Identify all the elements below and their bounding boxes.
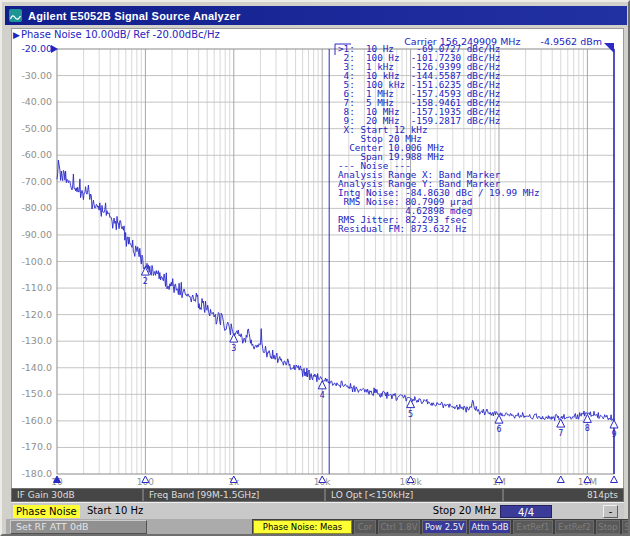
y-axis-label: -100.0	[21, 256, 52, 267]
app-waveform-icon[interactable]	[9, 9, 22, 22]
y-axis-label: -180.0	[21, 468, 52, 479]
set-rf-att-softkey[interactable]: Set RF ATT 0dB	[10, 520, 147, 534]
app-window: Agilent E5052B Signal Source Analyzer -2…	[0, 0, 630, 536]
marker-readout: >1: 10 Hz -69.0727 dBc/Hz 2: 100 Hz -101…	[338, 44, 540, 233]
y-axis-label: -140.0	[21, 362, 52, 373]
status-segment-3: 814pts	[503, 488, 624, 502]
y-axis-label: -80.00	[21, 202, 52, 213]
hardware-status-bar: IF Gain 30dBFreq Band [99M-1.5GHz]LO Opt…	[11, 488, 624, 502]
status-segment-0: IF Gain 30dB	[11, 488, 143, 502]
minimize-button[interactable]: -	[603, 505, 618, 518]
y-axis-label: -150.0	[21, 388, 52, 399]
measurement-mode-badge: Phase Noise	[13, 505, 80, 518]
status-indicator-group: Phase Noise: MeasCorCtrl 1.8VPow 2.5VAtt…	[252, 519, 628, 535]
status-indicator-1: Cor	[354, 520, 376, 534]
y-axis-label: -90.00	[21, 229, 52, 240]
status-indicator-4: Attn 5dB	[469, 520, 511, 534]
plot-corner-mark	[604, 43, 614, 53]
sweep-start-label: Start 10 Hz	[87, 503, 143, 519]
window-page-indicator: 4/4	[500, 505, 552, 518]
status-segment-2: LO Opt [<150kHz]	[325, 488, 503, 502]
y-axis-label: -110.0	[21, 282, 52, 293]
trace-marker-3	[230, 334, 238, 342]
waveform-icon-glyph	[9, 11, 22, 24]
measurement-status-bar: Phase Noise Start 10 Hz Stop 20 MHz 4/4 …	[11, 502, 624, 519]
y-axis-label: -30.00	[21, 70, 52, 81]
trace-marker-number: 5	[408, 410, 413, 419]
status-indicator-5: ExtRef1	[513, 520, 553, 534]
trace-marker-number: 6	[496, 425, 501, 434]
y-axis-label: -60.00	[21, 149, 52, 160]
status-indicator-8: Svc	[622, 520, 628, 534]
y-axis-label: -70.00	[21, 176, 52, 187]
trace-marker-number: 2	[143, 277, 148, 286]
status-indicator-2: Ctrl 1.8V	[378, 520, 420, 534]
y-axis-label: -50.00	[21, 123, 52, 134]
y-axis-label: -130.0	[21, 335, 52, 346]
y-axis-label: -40.00	[21, 96, 52, 107]
trace-select-arrow-icon: ▶	[13, 30, 20, 40]
y-axis-label: -20.00	[21, 43, 52, 54]
y-axis-label: -160.0	[21, 415, 52, 426]
axis-marker-7	[557, 476, 564, 483]
trace-marker-number: 7	[558, 429, 563, 438]
trace-header-label: Phase Noise 10.00dB/ Ref -20.00dBc/Hz	[21, 29, 220, 40]
y-axis-label: -170.0	[21, 441, 52, 452]
trace-marker-4	[318, 381, 326, 389]
axis-marker-9	[611, 476, 618, 483]
trace-marker-7	[557, 419, 565, 427]
trace-marker-number: 8	[585, 424, 590, 433]
status-indicator-6: ExtRef2	[555, 520, 594, 534]
carrier-power: -4.9562 dBm	[541, 36, 603, 47]
status-indicator-3: Pow 2.5V	[422, 520, 467, 534]
trace-marker-number: 9	[611, 430, 616, 439]
trace-marker-6	[495, 415, 503, 423]
status-indicator-7: Stop	[596, 520, 620, 534]
title-bar[interactable]: Agilent E5052B Signal Source Analyzer	[5, 6, 627, 25]
trace-marker-5	[407, 400, 415, 408]
sweep-stop-label: Stop 20 MHz	[433, 503, 496, 519]
trace-header: ▶Phase Noise 10.00dB/ Ref -20.00dBc/Hz	[13, 29, 220, 40]
instrument-status-bar: Set RF ATT 0dB Phase Noise: MeasCorCtrl …	[6, 519, 628, 535]
window-title: Agilent E5052B Signal Source Analyzer	[28, 10, 240, 22]
y-axis-label: -120.0	[21, 309, 52, 320]
status-indicator-0[interactable]: Phase Noise: Meas	[253, 520, 352, 534]
status-segment-1: Freq Band [99M-1.5GHz]	[143, 488, 325, 502]
trace-marker-number: 3	[231, 344, 236, 353]
trace-marker-number: 4	[320, 391, 325, 400]
